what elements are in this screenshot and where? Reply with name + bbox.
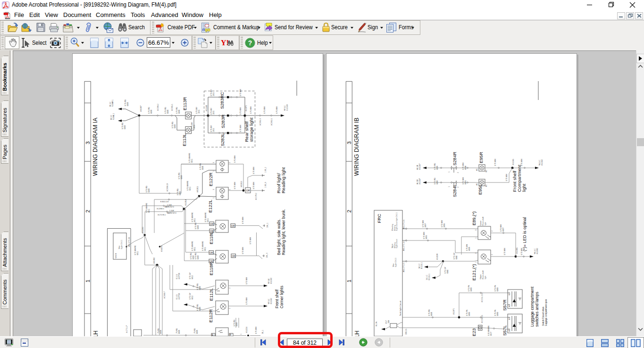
- svg-text:X56578: X56578: [161, 246, 163, 252]
- svg-text:6012: 6012: [192, 275, 193, 279]
- svg-text:WIRING DIAGRAM IA: WIRING DIAGRAM IA: [92, 117, 99, 176]
- svg-text:A1: A1: [476, 168, 478, 171]
- svg-text:1: 1: [475, 238, 477, 239]
- svg-text:0.75 RD: 0.75 RD: [197, 304, 199, 311]
- svg-text:0.75 WH: 0.75 WH: [441, 220, 443, 227]
- svg-text:X53199: X53199: [436, 254, 438, 260]
- svg-text:A1: A1: [476, 183, 478, 185]
- svg-text:Bed light, side walls.: Bed light, side walls.: [276, 219, 281, 255]
- svg-text:YP.3.E: YP.3.E: [268, 278, 270, 284]
- svg-text:A1: A1: [509, 305, 510, 307]
- svg-text:6011: 6011: [204, 247, 206, 251]
- svg-text:X51508: X51508: [206, 105, 208, 111]
- svg-text:0.75 WH: 0.75 WH: [276, 107, 278, 114]
- svg-text:3.51500: 3.51500: [286, 104, 288, 111]
- svg-text:6008: 6008: [199, 286, 201, 290]
- svg-text:XC156.15: XC156.15: [481, 315, 483, 323]
- svg-text:3: 3: [475, 253, 477, 254]
- svg-text:A61.CT1.21: A61.CT1.21: [403, 263, 405, 272]
- svg-text:S283R: S283R: [220, 115, 226, 128]
- svg-text:.75 RD: .75 RD: [176, 328, 178, 334]
- svg-text:X81915: X81915: [197, 186, 199, 192]
- svg-text:B1: B1: [485, 184, 487, 187]
- svg-text:6008: 6008: [196, 330, 198, 334]
- svg-text:0.75 RD: 0.75 RD: [172, 122, 174, 128]
- svg-text:2: 2: [85, 210, 91, 213]
- svg-text:1: 1: [213, 198, 215, 199]
- svg-text:E113R: E113R: [182, 97, 187, 110]
- svg-text:Light circuit light Ch1 1: Light circuit light Ch1 1: [396, 213, 398, 231]
- svg-text:3: 3: [213, 162, 215, 163]
- svg-text:Light circuit: Light circuit: [396, 239, 398, 248]
- svg-text:0.75 RD: 0.75 RD: [165, 107, 167, 114]
- svg-text:0.75 WH: 0.75 WH: [240, 108, 242, 115]
- svg-text:FRC: FRC: [376, 214, 382, 223]
- svg-text:S283RC: S283RC: [219, 92, 225, 109]
- svg-text:OR: OR: [246, 189, 250, 192]
- svg-text:6089: 6089: [468, 312, 470, 316]
- svg-text:0.75 WH: 0.75 WH: [494, 159, 496, 166]
- svg-text:YP.3.C: YP.3.C: [284, 105, 286, 111]
- svg-text:E95L: E95L: [477, 184, 483, 195]
- svg-text:.75 RD: .75 RD: [194, 328, 196, 334]
- svg-text:2: 2: [491, 231, 493, 232]
- svg-text:6008: 6008: [436, 166, 438, 170]
- svg-text:6008: 6008: [431, 312, 433, 316]
- svg-text:0.75 BN: 0.75 BN: [466, 244, 468, 251]
- svg-text:X52201: X52201: [142, 227, 144, 233]
- svg-text:0.75 WH: 0.75 WH: [234, 182, 236, 189]
- svg-text:OR: OR: [232, 255, 235, 257]
- svg-text:A61.CT1.2a: A61.CT1.2a: [403, 219, 405, 229]
- svg-text:Night: Night: [392, 243, 393, 248]
- svg-text:BAHN SZ 0: BAHN SZ 0: [165, 206, 174, 208]
- svg-text:0.75 WH/YE: 0.75 WH/YE: [192, 212, 193, 222]
- svg-text:X51565: X51565: [512, 159, 514, 165]
- svg-text:6004: 6004: [465, 166, 467, 170]
- svg-text:2: 2: [229, 189, 231, 190]
- svg-text:1015: 1015: [213, 111, 215, 115]
- svg-text:E-BU1.DX: E-BU1.DX: [160, 201, 169, 203]
- svg-text:0.75 WH/YE: 0.75 WH/YE: [187, 181, 189, 191]
- svg-text:0.75 WH: 0.75 WH: [240, 89, 242, 96]
- svg-text:6042: 6042: [456, 256, 458, 259]
- svg-text:1015: 1015: [198, 110, 200, 114]
- svg-text:HT: HT: [353, 331, 360, 336]
- svg-text:6007: 6007: [425, 224, 427, 227]
- svg-text:6089: 6089: [497, 288, 499, 291]
- svg-text:B1: B1: [509, 293, 510, 295]
- svg-text:6008: 6008: [151, 110, 152, 114]
- svg-text:X51567: X51567: [419, 178, 421, 184]
- svg-text:Reading light, lower bunk.: Reading light, lower bunk.: [281, 209, 286, 255]
- svg-text:1: 1: [85, 280, 91, 282]
- svg-text:1: 1: [211, 296, 213, 297]
- svg-text:0.75 RD: 0.75 RD: [200, 163, 201, 170]
- svg-text:E89,(*): E89,(*): [471, 211, 477, 225]
- svg-text:S284R: S284R: [452, 152, 457, 166]
- svg-text:0.75 RD: 0.75 RD: [428, 309, 430, 316]
- svg-text:6089: 6089: [470, 288, 472, 291]
- svg-text:OR: OR: [210, 223, 214, 225]
- svg-text:6011: 6011: [191, 159, 193, 163]
- svg-text:6008: 6008: [202, 166, 204, 170]
- svg-text:6008: 6008: [174, 124, 176, 128]
- svg-text:X52216: X52216: [246, 327, 248, 333]
- svg-text:0.75 WH/YE: 0.75 WH/YE: [134, 245, 136, 255]
- svg-text:6011: 6011: [194, 218, 196, 222]
- svg-text:1015: 1015: [193, 125, 195, 129]
- svg-text:S284L.1: S284L.1: [113, 113, 115, 120]
- svg-text:VMCU: VMCU: [115, 253, 117, 258]
- svg-text:XC151.2.15: XC151.2.15: [481, 293, 483, 302]
- svg-text:switches and lamps: switches and lamps: [535, 292, 539, 327]
- svg-text:0.75 GY: 0.75 GY: [189, 293, 191, 299]
- svg-text:YP.3.C: YP.3.C: [268, 298, 270, 304]
- svg-text:Lower: Lower: [480, 220, 482, 225]
- svg-text:X51567: X51567: [419, 164, 421, 170]
- svg-text:XC365.3: XC365.3: [259, 118, 261, 125]
- svg-text:B1: B1: [485, 170, 487, 172]
- svg-text:XC396.10: XC396.10: [167, 183, 168, 191]
- svg-text:0.75 WH: 0.75 WH: [506, 174, 508, 181]
- svg-text:IB.3.C: IB.3.C: [109, 101, 111, 107]
- svg-text:0.75 RD: 0.75 RD: [195, 253, 197, 259]
- svg-text:0.75 WH: 0.75 WH: [246, 298, 248, 305]
- svg-text:Driving: Driving: [394, 242, 396, 248]
